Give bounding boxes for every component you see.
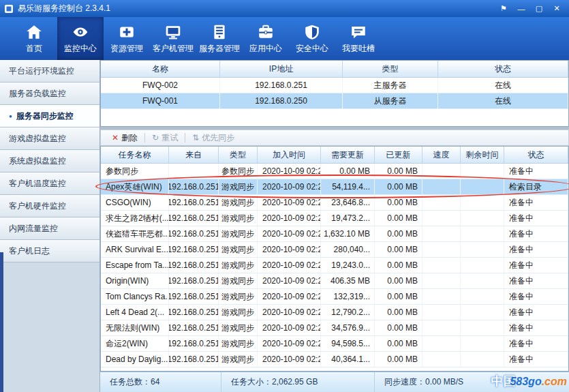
task-table-row[interactable]: CSGO(WIN)192.168.0.251游戏同步2020-10-09 02:… [101,195,568,211]
task-cell-from: 192.168.0.251 [169,226,219,241]
priority-sync-button[interactable]: ⇅优先同步 [185,130,241,145]
nav-item-home[interactable]: 首页 [11,17,57,60]
task-cell-remaining [461,242,504,257]
toolbar-button-label: 重试 [162,132,178,144]
task-column-header[interactable]: 来自 [169,147,219,163]
nav-item-security-center[interactable]: 安全中心 [289,17,335,60]
task-table-row[interactable]: 无限法则(WIN)192.168.0.251游戏同步2020-10-09 02:… [101,320,568,336]
task-cell-name: Tom Clancys Ra... [101,289,169,304]
sidebar-item-7[interactable]: ●内网流量监控 [0,217,99,240]
sidebar-item-1[interactable]: ●服务器负载监控 [0,82,99,105]
task-cell-type: 游戏同步 [219,258,258,273]
task-column-header[interactable]: 任务名称 [101,147,169,163]
task-cell-speed [422,179,461,194]
sidebar-item-2[interactable]: ●服务器同步监控 [0,105,99,127]
task-column-header[interactable]: 速度 [422,147,461,163]
task-table-row[interactable]: Tom Clancys Ra...192.168.0.251游戏同步2020-1… [101,289,568,305]
retry-button[interactable]: ↻重试 [145,130,185,145]
nav-item-resource-manage[interactable]: 资源管理 [104,17,150,60]
task-cell-type: 游戏同步 [219,211,258,226]
server-cell-type: 主服务器 [343,78,438,93]
sidebar-item-label: 服务器同步监控 [16,110,74,122]
task-table-row[interactable]: ARK Survival E...192.168.0.251游戏同步2020-1… [101,242,568,258]
task-table-row[interactable]: Origin(WIN)192.168.0.251游戏同步2020-10-09 0… [101,273,568,289]
task-column-header[interactable]: 状态 [504,147,568,163]
task-cell-type: 游戏同步 [219,179,258,194]
task-table-row[interactable]: 命运2(WIN)192.168.0.251游戏同步2020-10-09 02:2… [101,336,568,352]
task-cell-remaining [461,258,504,273]
sidebar-item-6[interactable]: ●客户机硬件监控 [0,195,99,217]
task-table-row[interactable]: Apex英雄(WIN)192.168.0.251游戏同步2020-10-09 0… [101,179,568,195]
server-column-header[interactable]: 名称 [101,61,220,77]
toolbar-button-label: 优先同步 [202,132,234,144]
task-cell-type: 游戏同步 [219,320,258,335]
sidebar-item-5[interactable]: ●客户机温度监控 [0,172,99,195]
server-column-header[interactable]: 类型 [343,61,438,77]
server-cell-status: 在线 [438,93,568,108]
task-cell-status: 准备中 [504,226,568,241]
task-cell-type: 游戏同步 [219,305,258,320]
nav-item-client-manage[interactable]: 客户机管理 [150,17,196,60]
maximize-icon[interactable]: ▢ [531,2,547,15]
task-cell-joined: 2020-10-09 02:2... [258,226,321,241]
task-cell-need: 23,646.8... [321,195,375,210]
task-cell-joined: 2020-10-09 02:2... [258,258,321,273]
task-column-header[interactable]: 类型 [219,147,258,163]
nav-item-server-manage[interactable]: 服务器管理 [196,17,243,60]
task-cell-joined: 2020-10-09 02:2... [258,289,321,304]
task-table-row[interactable]: 侠盗猎车罪恶都...192.168.0.251游戏同步2020-10-09 02… [101,226,568,242]
task-cell-status: 准备中 [504,195,568,210]
task-cell-updated: 0.00 MB [375,242,422,257]
task-cell-updated: 0.00 MB [375,226,422,241]
task-cell-speed [422,273,461,288]
sidebar-item-0[interactable]: ●平台运行环境监控 [0,60,99,82]
task-cell-joined: 2020-10-09 02:2... [258,242,321,257]
task-table-row[interactable]: Dead by Daylig...192.168.0.251游戏同步2020-1… [101,352,568,367]
briefcase-icon [257,22,275,41]
task-cell-from: 192.168.0.251 [169,336,219,351]
nav-item-app-center[interactable]: 应用中心 [243,17,289,60]
task-cell-updated: 0.00 MB [375,336,422,351]
delete-button[interactable]: ✕删除 [105,130,144,145]
minimize-icon[interactable]: — [513,2,529,15]
task-cell-need: 406.35 MB [321,273,375,288]
sidebar-item-3[interactable]: ●游戏虚拟盘监控 [0,127,99,150]
task-cell-name: Origin(WIN) [101,273,169,288]
task-cell-joined: 2020-10-09 02:2... [258,179,321,194]
pin-icon[interactable]: ⚑ [495,2,512,15]
task-cell-need: 34,576.9... [321,320,375,335]
task-table-row[interactable]: Escape from Ta...192.168.0.251游戏同步2020-1… [101,258,568,273]
server-table-row[interactable]: FWQ-002192.168.0.251主服务器在线 [101,78,568,93]
close-icon[interactable]: ✕ [549,2,565,15]
task-table-row[interactable]: Left 4 Dead 2(...192.168.0.251游戏同步2020-1… [101,305,568,320]
task-cell-remaining [461,211,504,226]
server-column-header[interactable]: IP地址 [220,61,343,77]
task-cell-name: Dead by Daylig... [101,352,169,367]
server-table-row[interactable]: FWQ-001192.168.0.250从服务器在线 [101,93,568,109]
home-icon [25,22,44,41]
task-cell-status: 检索目录 [504,179,568,194]
server-column-header[interactable]: 状态 [438,61,568,77]
sidebar-item-8[interactable]: ●客户机日志 [0,240,99,262]
task-column-header[interactable]: 需要更新 [321,147,375,163]
task-column-header[interactable]: 加入时间 [258,147,321,163]
task-cell-need: 19,243.0... [321,258,375,273]
task-table-row[interactable]: 求生之路2牺村(...192.168.0.251游戏同步2020-10-09 0… [101,211,568,226]
task-cell-speed [422,242,461,257]
task-cell-name: Apex英雄(WIN) [101,179,169,194]
task-table: 任务名称来自类型加入时间需要更新已更新速度剩余时间状态 参数同步参数同步2020… [100,146,569,372]
sidebar-item-4[interactable]: ●系统虚拟盘监控 [0,150,99,172]
server-cell-ip: 192.168.0.250 [220,93,343,108]
task-cell-updated: 0.00 MB [375,352,422,367]
nav-item-feedback[interactable]: 我要吐槽 [335,17,382,60]
window-title: 易乐游服务控制台 2.3.4.1 [18,3,110,14]
sidebar-item-label: 客户机日志 [9,245,50,257]
task-table-row[interactable]: 参数同步参数同步2020-10-09 02:2...0.00 MB0.00 MB… [101,164,568,179]
task-column-header[interactable]: 已更新 [375,147,422,163]
nav-item-monitor-center[interactable]: 监控中心 [57,17,104,60]
task-column-header[interactable]: 剩余时间 [461,147,504,163]
task-cell-speed [422,352,461,367]
nav-item-label: 应用中心 [249,43,282,55]
sidebar-item-label: 内网流量监控 [9,223,58,235]
task-cell-updated: 0.00 MB [375,305,422,320]
